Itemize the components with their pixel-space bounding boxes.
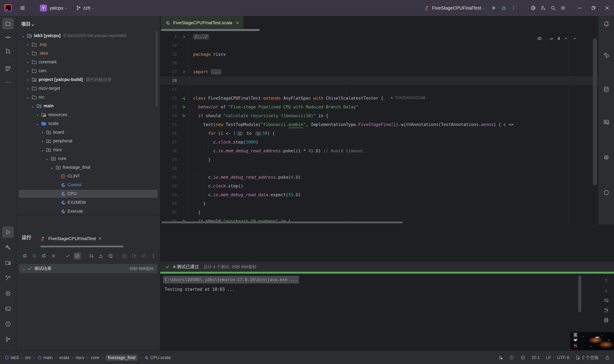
tree-item-core[interactable]: ⌄core: [16, 154, 160, 163]
tree-item-peripheral[interactable]: ›peripheral: [16, 137, 160, 145]
breadcrumb-lab3[interactable]: lab3: [4, 355, 19, 360]
console-line[interactable]: Testing started at 18:03 ...: [165, 286, 598, 293]
tree-item-.idea[interactable]: ›.idea: [16, 49, 160, 58]
import-results-button[interactable]: [97, 252, 105, 260]
breadcrumb-src[interactable]: src: [25, 355, 31, 360]
tree-item-riscv[interactable]: ⌄riscv: [16, 145, 160, 154]
tree-item-Control[interactable]: Control: [16, 181, 160, 189]
tool-strip-services[interactable]: [2, 257, 14, 269]
code-line-34[interactable]: 34}: [160, 199, 598, 208]
kebab-button[interactable]: [150, 252, 157, 260]
vertical-scrollbar[interactable]: [593, 38, 597, 185]
breadcrumb-CPU.scala[interactable]: CPU.scala: [144, 355, 171, 360]
status-performance[interactable]: [520, 355, 525, 360]
tool-strip-pull-request[interactable]: [2, 45, 14, 57]
run-configuration-selector[interactable]: FiveStageCPUFinalTest ⌄: [424, 5, 486, 11]
chevron-right-icon[interactable]: ›: [25, 77, 31, 82]
chevron-right-icon[interactable]: ›: [39, 138, 45, 144]
arrow-down-button[interactable]: [603, 288, 609, 294]
tool-strip-database[interactable]: [600, 84, 612, 95]
tool-strip-notifications[interactable]: [600, 18, 612, 30]
code-line-25[interactable]: 25test(new TestTopModule("fibonacci.asmb…: [160, 120, 598, 129]
close-icon[interactable]: ✕: [236, 20, 239, 25]
history-clock-button[interactable]: [107, 252, 114, 260]
camera-button[interactable]: [121, 252, 128, 260]
tree-item-lab3[interactable]: ⌄lab3 [yatcpu]E:\jizu\2025-fall-yatcpu-r…: [16, 31, 160, 40]
chevron-right-icon[interactable]: ›: [25, 68, 31, 74]
tool-strip-more-dots[interactable]: [2, 77, 14, 88]
search-button[interactable]: [548, 3, 558, 13]
inspections-widget[interactable]: 4: [537, 35, 577, 42]
run-tab[interactable]: FiveStageCPUFinalTest ✕: [40, 231, 102, 246]
slash-circle-button[interactable]: [73, 252, 81, 260]
min-button[interactable]: [573, 0, 586, 16]
project-scrollbar[interactable]: [156, 31, 158, 106]
chevron-right-icon[interactable]: ›: [39, 130, 45, 135]
breadcrumb-fivestage_final[interactable]: fivestage_final: [106, 355, 138, 361]
checkrun-gutter-icon[interactable]: [179, 96, 189, 101]
chevron-down-icon[interactable]: [572, 36, 577, 41]
code-line-1[interactable]: 1/.../: [160, 32, 598, 41]
status-code-with-me[interactable]: [498, 355, 503, 360]
user-plus-button[interactable]: [538, 3, 548, 13]
branch-switcher[interactable]: zzh: [83, 5, 90, 11]
tree-item-.bsp[interactable]: ›.bsp: [16, 40, 160, 49]
arrow-up-button[interactable]: [603, 278, 609, 284]
code-line-14[interactable]: 14: [160, 41, 598, 50]
eye-icon[interactable]: [537, 36, 542, 41]
code-line-28[interactable]: 28c.io.mem_debug_read_address.poke((i * …: [160, 146, 598, 155]
code-line-26[interactable]: 26for (i <- 1≤ to ≤50) {: [160, 129, 598, 138]
code-line-21[interactable]: 21: [160, 85, 598, 94]
gauge-button[interactable]: [140, 252, 147, 260]
status-caret-position[interactable]: 20:1: [531, 355, 540, 360]
tool-strip-structure[interactable]: [2, 63, 14, 74]
chevron-down-icon[interactable]: ⌄: [21, 266, 27, 271]
code-line-27[interactable]: 27c.clock.step(1000): [160, 138, 598, 146]
chevron-right-icon[interactable]: ›: [25, 59, 31, 65]
code-line-33[interactable]: 33c.io.mem_debug_read_data.expect(55.U): [160, 190, 598, 199]
tree-item-main[interactable]: ⌄main: [16, 102, 160, 110]
console-output[interactable]: C:\Users\26586\.jdks\temurin-17.0.16\bin…: [160, 274, 598, 351]
check-filter-button[interactable]: [64, 252, 71, 260]
code-line-23[interactable]: 23behavior of "Five-stage Pipelined CPU …: [160, 103, 598, 111]
tool-strip-run-play[interactable]: [2, 226, 14, 238]
tool-strip-assistant-robot[interactable]: [600, 152, 612, 163]
project-switcher[interactable]: yatcpu: [50, 5, 63, 11]
max-button[interactable]: [586, 0, 600, 16]
status-translation[interactable]: [509, 355, 514, 360]
tree-item-EX2MEM[interactable]: EX2MEM: [16, 198, 160, 207]
tool-strip-terminal[interactable]: [2, 303, 14, 314]
chevron-down-icon[interactable]: ⌄: [39, 147, 45, 153]
code-line-32[interactable]: 32c.clock.step(): [160, 182, 598, 190]
chevron-down-icon[interactable]: ⌄: [30, 104, 36, 109]
console-scrollbar[interactable]: [578, 275, 581, 312]
tree-item-scala[interactable]: ⌄scala: [16, 119, 160, 128]
main-menu-button[interactable]: [18, 3, 28, 13]
chevron-down-icon[interactable]: ⌄: [35, 121, 40, 126]
gear-button[interactable]: [558, 3, 568, 13]
at-button[interactable]: [528, 3, 538, 13]
breadcrumb-main[interactable]: main: [37, 355, 53, 360]
chevron-down-icon[interactable]: ⌄: [44, 156, 50, 161]
chevron-down-icon[interactable]: ⌄: [49, 165, 55, 170]
tree-item-csrc[interactable]: ›csrc: [16, 66, 160, 75]
rerun-auto-button[interactable]: [40, 252, 48, 260]
tree-item-coremark[interactable]: ›coremark: [16, 58, 160, 66]
tool-strip-dependencies[interactable]: [600, 187, 612, 198]
tool-strip-project-folder[interactable]: [2, 18, 14, 29]
chevron-right-icon[interactable]: ›: [25, 42, 31, 47]
code-line-35[interactable]: 35}: [160, 208, 598, 217]
close-button[interactable]: [600, 0, 614, 16]
tool-strip-git-branch[interactable]: [2, 334, 14, 345]
project-panel-header[interactable]: 项目⌄: [21, 21, 35, 27]
status-readonly-toggle[interactable]: [605, 355, 610, 360]
code-line-29[interactable]: 29}: [160, 155, 598, 164]
chevron-up-icon[interactable]: [563, 36, 569, 41]
tree-item-CPU[interactable]: CPU: [16, 189, 160, 198]
code-line-17[interactable]: 17import ...: [160, 67, 598, 76]
printer-button[interactable]: [603, 317, 609, 324]
tree-item-board[interactable]: ›board: [16, 128, 160, 137]
breadcrumb-core[interactable]: core: [91, 355, 99, 360]
code-line-24[interactable]: 24it should "calculate recursively fibon…: [160, 111, 598, 120]
play-green-button[interactable]: [489, 3, 499, 13]
